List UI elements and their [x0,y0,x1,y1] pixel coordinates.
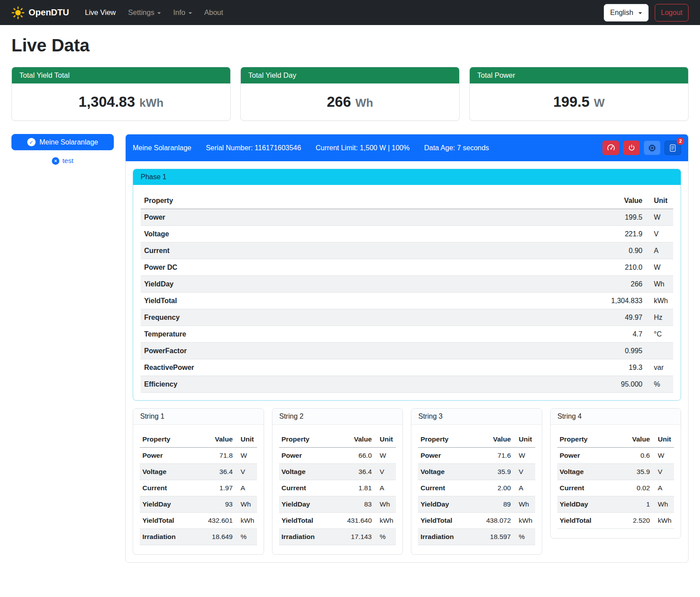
value-cell: 1.97 [194,480,236,496]
power-button[interactable] [623,141,640,155]
table-row: Current1.81A [279,480,396,496]
nav-item-label: About [204,8,223,17]
language-select[interactable]: English [604,4,649,22]
table-row: Irradiation18.649% [140,529,257,545]
table-row: YieldTotal2.520kWh [557,513,675,529]
property-cell: Temperature [141,326,443,343]
unit-cell: % [374,529,396,545]
string-card: String 2 Property Value Unit Power66.0WV… [272,408,403,555]
string-table-body: Power0.6WVoltage35.9VCurrent0.02AYieldDa… [557,448,675,529]
table-row: Temperature4.7°C [141,326,673,343]
strings-row: String 1 Property Value Unit Power71.8WV… [133,408,681,555]
phase-card-title: Phase 1 [133,169,681,185]
device-info-button[interactable] [644,141,660,155]
brand[interactable]: OpenDTU [11,6,69,19]
property-header: Property [557,431,616,448]
inverter-select-label: Meine Solaranlage [40,138,98,146]
table-row: YieldTotal432.601kWh [140,513,257,529]
unit-header: Unit [236,431,257,448]
cpu-icon [648,144,656,152]
inverter-select-button[interactable]: ✓ Meine Solaranlage [11,134,114,150]
property-cell: YieldDay [140,496,194,513]
total-yield-day-card: Total Yield Day 266Wh [240,67,460,121]
phase-table: Property Value Unit Power199.5WVoltage22… [141,192,673,393]
card-value: 266 [327,94,351,110]
unit-cell: V [653,464,674,480]
x-circle-icon: × [52,157,59,165]
nav-item-live-view[interactable]: Live View [79,5,122,20]
language-value: English [610,9,633,17]
inverter-data-age: Data Age: 7 seconds [424,144,489,152]
value-cell: 19.3 [443,359,646,376]
card-title: Total Yield Total [12,67,230,83]
phase-table-body: Power199.5WVoltage221.9VCurrent0.90APowe… [141,209,673,393]
table-row: Irradiation18.597% [418,529,535,545]
table-row: Current1.97A [140,480,257,496]
string-card-title: String 2 [272,409,403,425]
value-header: Value [443,192,646,209]
unit-cell: kWh [646,293,673,309]
card-value: 199.5 [553,94,590,110]
value-cell: 0.90 [443,242,646,259]
unit-cell: % [646,376,673,393]
journal-icon [669,144,676,152]
value-cell: 17.143 [333,529,374,545]
table-header-row: Property Value Unit [141,192,673,209]
unit-cell: W [236,448,257,464]
nav-item-settings[interactable]: Settings [122,5,167,20]
unit-cell: W [646,209,673,226]
page-title: Live Data [11,36,689,55]
nav-item-about[interactable]: About [198,5,229,20]
value-cell: 93 [194,496,236,513]
value-cell: 266 [443,276,646,293]
property-cell: YieldTotal [557,513,616,529]
total-power-card: Total Power 199.5W [469,67,689,121]
value-cell: 35.9 [616,464,653,480]
content-row: ✓ Meine Solaranlage × test Meine Solaran… [11,134,689,563]
unit-cell: A [374,480,396,496]
unit-cell: var [646,359,673,376]
property-header: Property [140,431,194,448]
table-row: PowerFactor0.995 [141,343,673,359]
unit-cell: A [653,480,674,496]
unit-cell: Wh [646,276,673,293]
sidebar-item-test[interactable]: × test [11,157,114,165]
top-navbar: OpenDTU Live View Settings Info About En… [0,0,700,25]
card-body: 266Wh [241,83,459,120]
unit-cell: % [514,529,535,545]
table-row: YieldDay1Wh [557,496,675,513]
string-card-title: String 3 [411,409,542,425]
card-unit: Wh [355,96,373,109]
summary-cards: Total Yield Total 1,304.83kWh Total Yiel… [11,67,689,121]
property-cell: Power [557,448,616,464]
string-card: String 1 Property Value Unit Power71.8WV… [133,408,264,555]
event-log-button[interactable]: 2 [664,141,681,155]
value-cell: 431.640 [333,513,374,529]
table-row: Power DC210.0W [141,259,673,276]
property-cell: Power DC [141,259,443,276]
table-row: Current0.02A [557,480,675,496]
unit-cell: V [646,226,673,242]
phase-card-body: Property Value Unit Power199.5WVoltage22… [133,185,681,400]
value-cell: 1.81 [333,480,374,496]
property-cell: YieldTotal [140,513,194,529]
property-cell: Power [279,448,333,464]
value-cell: 66.0 [333,448,374,464]
logout-button[interactable]: Logout [655,4,689,22]
property-cell: YieldTotal [141,293,443,309]
nav-item-label: Info [173,8,185,17]
inverter-limit: Current Limit: 1,500 W | 100% [316,144,410,152]
string-table: Property Value Unit Power0.6WVoltage35.9… [557,431,675,529]
card-title: Total Yield Day [241,67,459,83]
unit-cell: Wh [514,496,535,513]
limit-settings-button[interactable] [602,141,619,155]
gauge-icon [607,144,615,152]
unit-cell: V [374,464,396,480]
event-count-badge: 2 [677,137,684,145]
table-row: Frequency49.97Hz [141,309,673,326]
unit-header: Unit [653,431,674,448]
value-cell: 89 [472,496,514,513]
property-cell: Current [557,480,616,496]
nav-item-info[interactable]: Info [167,5,198,20]
card-body: 199.5W [470,83,688,120]
